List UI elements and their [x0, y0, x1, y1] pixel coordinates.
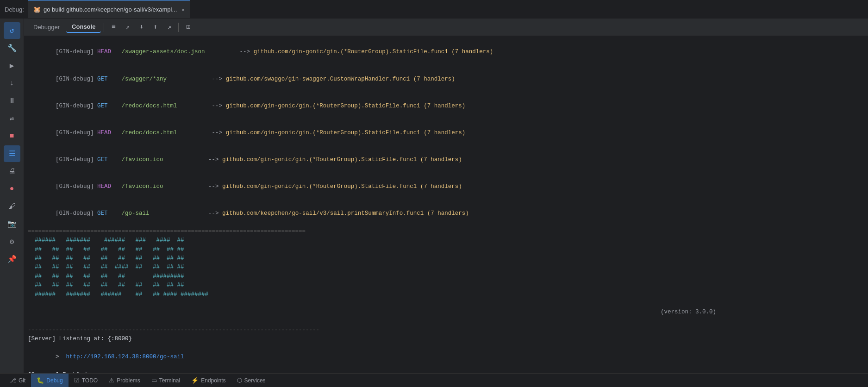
ascii-art-7: ###### ####### ###### ## ## #### #######… [28, 290, 864, 299]
terminal-button[interactable]: ▭ Terminal [146, 374, 186, 387]
debug-button[interactable]: 🐛 Debug [31, 374, 68, 387]
console-output[interactable]: [GIN-debug] HEAD /swagger-assets/doc.jso… [24, 36, 868, 373]
tab-close-button[interactable]: × [181, 7, 184, 12]
endpoints-label: Endpoints [201, 377, 225, 384]
services-icon: ⬡ [237, 377, 242, 384]
step-over-button[interactable]: ↗ [121, 21, 134, 34]
todo-icon: ☑ [74, 377, 80, 384]
server-link[interactable]: http://192.168.124.38:8000/go-sail [66, 354, 184, 360]
route-line-7: [GIN-debug] GET /go-sail --> github.com/… [28, 200, 864, 227]
tab-title: go build github.com/keepchen/go-sail/v3/… [44, 6, 177, 13]
problems-icon: ⚠ [109, 377, 114, 384]
terminal-label: Terminal [159, 377, 180, 384]
sidebar-stop-icon[interactable]: ■ [4, 128, 20, 144]
sidebar-record-icon[interactable]: ● [4, 181, 20, 197]
route-line-6: [GIN-debug] HEAD /favicon.ico --> github… [28, 174, 864, 200]
view-button[interactable]: ⊞ [181, 21, 194, 34]
sidebar-wrap-icon[interactable]: ⇌ [4, 110, 20, 127]
route-line-4: [GIN-debug] HEAD /redoc/docs.html --> gi… [28, 119, 864, 146]
dash-line: ----------------------------------------… [28, 326, 864, 335]
debug-label: Debug: [5, 6, 24, 13]
services-label: Services [244, 377, 266, 384]
services-button[interactable]: ⬡ Services [231, 374, 271, 387]
sidebar-refresh-icon[interactable]: ↺ [4, 22, 20, 39]
debug-label: Debug [46, 377, 62, 384]
git-icon: ⎇ [9, 377, 16, 384]
terminal-icon: ▭ [151, 377, 157, 384]
sidebar-print-icon[interactable]: 🖨 [4, 163, 20, 180]
debug-tab[interactable]: 🐹 go build github.com/keepchen/go-sail/v… [28, 0, 190, 18]
sidebar-wrench-icon[interactable]: 🔧 [4, 40, 20, 56]
sidebar-play-icon[interactable]: ▶ [4, 57, 20, 74]
ascii-art-6: ## ## ## ## ## ## ## ## ## ## [28, 281, 864, 290]
console-tab[interactable]: Console [66, 21, 101, 33]
debug-area: Debugger Console ≡ ↗ ⬇ ⬆ ↗ ⊞ [GIN-debug]… [24, 19, 868, 373]
git-label: Git [19, 377, 25, 384]
run-cursor-button[interactable]: ↗ [162, 21, 175, 34]
sidebar-pin-icon[interactable]: 📌 [4, 251, 20, 268]
todo-button[interactable]: ☑ TODO [69, 374, 103, 387]
server-link-line: > http://192.168.124.38:8000/go-sail [28, 344, 864, 371]
version-line: (version: 3.0.0) [28, 299, 864, 326]
git-button[interactable]: ⎇ Git [4, 374, 31, 387]
ascii-art-5: ## ## ## ## ## ## ######### [28, 272, 864, 281]
title-bar: Debug: 🐹 go build github.com/keepchen/go… [0, 0, 868, 19]
problems-label: Problems [117, 377, 140, 384]
toolbar-separator [104, 23, 104, 32]
toolbar: Debugger Console ≡ ↗ ⬇ ⬆ ↗ ⊞ [24, 19, 868, 36]
ascii-art-2: ## ## ## ## ## ## ## ## ## ## [28, 245, 864, 254]
sidebar-settings-icon[interactable]: ⚙ [4, 233, 20, 250]
go-icon: 🐹 [33, 6, 41, 13]
route-line-3: [GIN-debug] GET /redoc/docs.html --> git… [28, 93, 864, 119]
endpoints-button[interactable]: ⚡ Endpoints [186, 374, 231, 387]
debugger-tab[interactable]: Debugger [28, 22, 65, 32]
separator-1: ========================================… [28, 227, 864, 236]
endpoints-icon: ⚡ [191, 377, 199, 384]
problems-button[interactable]: ⚠ Problems [103, 374, 146, 387]
ascii-art-1: ###### ####### ###### ### #### ## [28, 236, 864, 245]
server-listening: [Server] Listening at: {:8000} [28, 335, 864, 343]
step-into-button[interactable]: ⬇ [135, 21, 148, 34]
route-line-5: [GIN-debug] GET /favicon.ico --> github.… [28, 147, 864, 174]
todo-label: TODO [82, 377, 98, 384]
main-layout: ↺ 🔧 ▶ ↓ ⏸ ⇌ ■ ☰ 🖨 ● 🖌 📷 ⚙ 📌 Debugger Con… [0, 19, 868, 373]
sidebar: ↺ 🔧 ▶ ↓ ⏸ ⇌ ■ ☰ 🖨 ● 🖌 📷 ⚙ 📌 [0, 19, 24, 373]
ascii-art-4: ## ## ## ## ## #### ## ## ## ## [28, 263, 864, 272]
sidebar-down-icon[interactable]: ↓ [4, 75, 20, 92]
toolbar-separator-2 [178, 23, 179, 32]
menu-button[interactable]: ≡ [107, 21, 120, 34]
sidebar-brush-icon[interactable]: 🖌 [4, 198, 20, 215]
sidebar-console-icon[interactable]: ☰ [4, 145, 20, 162]
ascii-art-3: ## ## ## ## ## ## ## ## ## ## [28, 254, 864, 263]
debug-icon: 🐛 [37, 377, 44, 384]
status-bar: ⎇ Git 🐛 Debug ☑ TODO ⚠ Problems ▭ Termin… [0, 373, 868, 387]
route-line-2: [GIN-debug] GET /swagger/*any --> github… [28, 66, 864, 93]
route-line-1: [GIN-debug] HEAD /swagger-assets/doc.jso… [28, 39, 864, 66]
sidebar-camera-icon[interactable]: 📷 [4, 216, 20, 232]
sidebar-pause-icon[interactable]: ⏸ [4, 93, 20, 109]
step-out-button[interactable]: ⬆ [149, 21, 162, 34]
